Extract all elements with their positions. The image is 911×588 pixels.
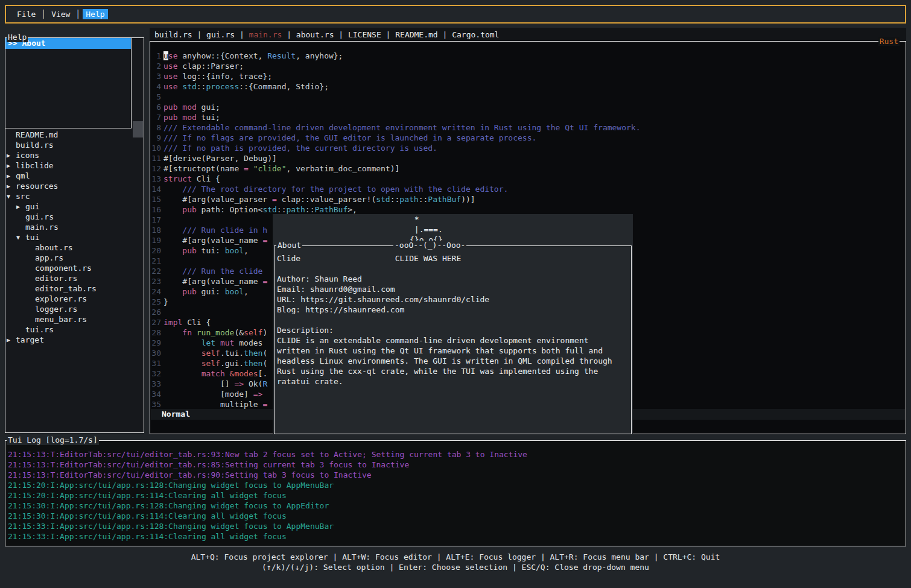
tree-item-label: tui.rs	[25, 324, 54, 335]
code-token: Cli {	[192, 174, 220, 183]
ascii-art-line: |.===.	[273, 224, 633, 235]
tab-cargo.toml[interactable]: Cargo.toml	[452, 30, 499, 39]
code-token: std	[376, 195, 390, 204]
code-token: #[arg(value_name	[163, 236, 262, 245]
tree-item-tui[interactable]: ▼tui	[5, 232, 143, 242]
language-badge: Rust	[878, 37, 900, 46]
tree-item-readme.md[interactable]: README.md	[5, 130, 143, 140]
code-text: }	[163, 297, 168, 307]
code-token: use	[163, 82, 177, 91]
code-token: Cli {	[182, 318, 211, 327]
code-text: let mut modes	[163, 338, 262, 348]
tab-license[interactable]: LICENSE	[348, 30, 381, 39]
tree-item-menu_bar.rs[interactable]: menu_bar.rs	[5, 314, 143, 324]
code-text: self.tui.then(	[163, 348, 267, 358]
code-token: =	[262, 277, 267, 286]
explorer-scrollbar-thumb[interactable]	[133, 121, 143, 138]
tree-item-gui[interactable]: ▶gui	[5, 201, 143, 212]
tree-item-editor_tab.rs[interactable]: editor_tab.rs	[5, 283, 143, 294]
code-token: [.	[258, 369, 268, 378]
code-token: run_mode	[197, 328, 235, 337]
code-token: bool	[225, 287, 244, 296]
tab-gui.rs[interactable]: gui.rs	[206, 30, 235, 39]
code-token: mod	[182, 103, 196, 112]
tree-item-target[interactable]: ▶target	[5, 335, 143, 345]
line-number: 23	[150, 276, 161, 286]
chevron-collapsed-icon: ▶	[6, 171, 16, 181]
tree-item-app.rs[interactable]: app.rs	[5, 253, 143, 263]
tree-item-explorer.rs[interactable]: explorer.rs	[5, 294, 143, 304]
tree-item-main.rs[interactable]: main.rs	[5, 222, 143, 232]
tree-item-component.rs[interactable]: component.rs	[5, 263, 143, 273]
help-dropdown-menu: Help >> About	[5, 37, 132, 128]
code-token: let	[202, 338, 215, 347]
code-token: /// Run clide in h	[182, 226, 267, 235]
line-number: 27	[150, 317, 161, 327]
tab-build.rs[interactable]: build.rs	[154, 30, 192, 39]
code-token: [mode]	[163, 390, 253, 399]
code-token: #[arg(value_name	[163, 277, 262, 286]
ascii-art-line: *	[273, 214, 633, 224]
tree-item-qml[interactable]: ▶qml	[5, 171, 143, 181]
code-token	[225, 369, 230, 378]
tree-item-editor.rs[interactable]: editor.rs	[5, 273, 143, 283]
tree-item-label: libclide	[16, 160, 54, 171]
code-text: [] => Ok(R	[163, 379, 267, 389]
line-number: 22	[150, 266, 161, 276]
tree-item-src[interactable]: ▼src	[5, 191, 143, 201]
code-token: &modes	[230, 369, 258, 378]
code-token: path	[287, 205, 305, 214]
code-text: /// Extendable command-line driven devel…	[163, 122, 641, 133]
tab-main.rs[interactable]: main.rs	[249, 30, 282, 39]
tree-item-label: resources	[16, 181, 58, 191]
about-popup-box: About -ooO--(_)--Ooo- Clide CLIDE WAS HE…	[274, 245, 632, 434]
tree-item-build.rs[interactable]: build.rs	[5, 140, 143, 150]
tab-about.rs[interactable]: about.rs	[296, 30, 334, 39]
code-token: /// Run the clide	[182, 267, 262, 276]
line-number: 32	[150, 368, 161, 379]
tree-item-label: main.rs	[25, 222, 59, 232]
code-token: R	[262, 379, 267, 388]
editor-mode-label: Normal	[162, 409, 190, 419]
line-number: 17	[150, 215, 161, 225]
menu-item-view[interactable]: View	[48, 9, 73, 19]
tree-indent-spacer	[6, 140, 16, 150]
tree-item-libclide[interactable]: ▶libclide	[5, 160, 143, 171]
code-token: =	[262, 236, 267, 245]
code-token: std	[182, 82, 196, 91]
code-text: use log::{info, trace};	[163, 71, 272, 81]
about-border-ascii-art: -ooO--(_)--Ooo-	[393, 241, 466, 250]
code-token: then	[244, 359, 262, 368]
code-token: process	[206, 82, 239, 91]
code-text: fn run_mode(&self)	[163, 327, 267, 338]
code-text: impl Cli {	[163, 317, 211, 327]
line-number: 3	[150, 71, 161, 81]
tree-item-logger.rs[interactable]: logger.rs	[5, 304, 143, 314]
chevron-collapsed-icon: ▶	[16, 201, 25, 212]
code-token	[163, 185, 182, 194]
file-tree: README.mdbuild.rs▶icons▶libclide▶qml▶res…	[5, 130, 143, 345]
about-text-line: Author: Shaun Reed	[277, 274, 630, 284]
code-text: self.gui.then(	[163, 358, 267, 368]
menu-item-file[interactable]: File	[14, 9, 39, 19]
tab-separator: |	[334, 30, 348, 39]
tree-item-label: about.rs	[35, 242, 73, 253]
code-token: self	[202, 359, 220, 368]
tree-item-about.rs[interactable]: about.rs	[5, 242, 143, 253]
code-token: Ok(	[244, 379, 262, 388]
tree-item-tui.rs[interactable]: tui.rs	[5, 324, 143, 335]
tab-readme.md[interactable]: README.md	[395, 30, 437, 39]
tree-indent-spacer	[16, 324, 25, 335]
tree-item-icons[interactable]: ▶icons	[5, 150, 143, 160]
tree-item-gui.rs[interactable]: gui.rs	[5, 212, 143, 222]
tui-log-title: Tui Log [log=1.7/s]	[7, 435, 99, 445]
code-token: match	[202, 369, 225, 378]
about-text-line	[277, 264, 630, 274]
tree-item-resources[interactable]: ▶resources	[5, 181, 143, 191]
code-token: struct	[163, 174, 192, 183]
menu-item-help[interactable]: Help	[83, 9, 107, 19]
code-text: /// If no flags are provided, the GUI ed…	[163, 133, 536, 143]
code-line: 8/// Extendable command-line driven deve…	[150, 122, 905, 133]
code-token: pub	[163, 103, 177, 112]
code-text: /// Run clide in h	[163, 225, 267, 235]
